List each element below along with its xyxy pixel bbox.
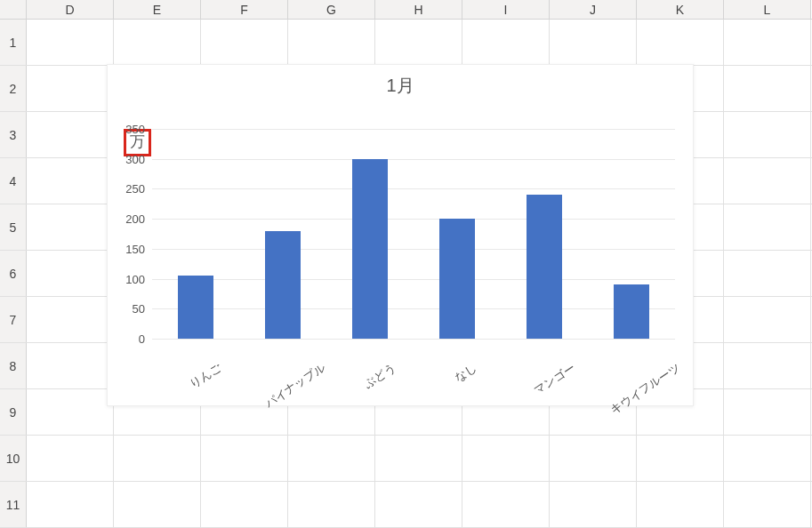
cell[interactable]	[27, 158, 114, 204]
chart-title[interactable]: 1月	[108, 65, 693, 102]
y-tick-label: 150	[125, 242, 145, 255]
column-header[interactable]: H	[375, 0, 462, 19]
cell[interactable]	[288, 482, 375, 527]
row-header[interactable]: 3	[0, 112, 27, 157]
row-header[interactable]: 5	[0, 204, 27, 250]
x-tick-label: マンゴー	[501, 343, 588, 405]
x-tick-label: ぶどう	[326, 343, 414, 405]
cell[interactable]	[201, 482, 288, 527]
bar[interactable]	[439, 219, 475, 339]
bar-slot	[501, 129, 588, 339]
column-header[interactable]: J	[550, 0, 637, 19]
cell[interactable]	[27, 112, 114, 157]
cell[interactable]	[724, 251, 811, 296]
cell[interactable]	[375, 436, 462, 481]
cell[interactable]	[550, 436, 637, 481]
bar[interactable]	[352, 159, 388, 339]
select-all-corner[interactable]	[0, 0, 27, 19]
x-tick-label: キウイフルーツ	[588, 343, 675, 405]
row-header[interactable]: 9	[0, 389, 27, 435]
cell[interactable]	[27, 66, 114, 111]
bar[interactable]	[265, 231, 301, 339]
cell[interactable]	[114, 436, 201, 481]
row-header[interactable]: 11	[0, 482, 27, 527]
cell[interactable]	[550, 20, 637, 65]
x-tick-label: パイナップル	[239, 343, 326, 405]
spreadsheet-row: 1	[0, 20, 812, 66]
bar-slot	[239, 129, 326, 339]
cell[interactable]	[27, 343, 114, 388]
column-headers-row: DEFGHIJKL	[0, 0, 812, 20]
column-header[interactable]: K	[637, 0, 724, 19]
chart-object[interactable]: 1月 万 050100150200250300350 りんごパイナップルぶどうな…	[107, 64, 694, 406]
x-tick-label: なし	[414, 343, 501, 405]
cell[interactable]	[637, 20, 724, 65]
y-tick-label: 300	[125, 152, 145, 165]
bar-slot	[152, 129, 239, 339]
cell[interactable]	[375, 482, 462, 527]
cell[interactable]	[637, 482, 724, 527]
cell[interactable]	[27, 482, 114, 527]
y-tick-label: 200	[125, 212, 145, 226]
cell[interactable]	[27, 436, 114, 481]
bar-slot	[588, 129, 675, 339]
cell[interactable]	[637, 436, 724, 481]
bar-slot	[414, 129, 501, 339]
row-header[interactable]: 2	[0, 66, 27, 111]
cell[interactable]	[462, 20, 550, 65]
spreadsheet-row: 11	[0, 482, 812, 528]
row-header[interactable]: 10	[0, 436, 27, 481]
cell[interactable]	[724, 158, 811, 204]
cell[interactable]	[288, 20, 375, 65]
cell[interactable]	[724, 389, 811, 435]
spreadsheet-row: 10	[0, 436, 812, 482]
y-tick-label: 50	[133, 302, 145, 316]
cell[interactable]	[375, 20, 462, 65]
bar-slot	[326, 129, 414, 339]
cell[interactable]	[201, 20, 288, 65]
cell[interactable]	[724, 66, 811, 111]
column-header[interactable]: I	[462, 0, 550, 19]
cell[interactable]	[724, 112, 811, 157]
column-header[interactable]: F	[201, 0, 288, 19]
column-header[interactable]: D	[27, 0, 114, 19]
cell[interactable]	[27, 204, 114, 250]
cell[interactable]	[27, 251, 114, 296]
y-tick-label: 100	[125, 272, 145, 285]
cell[interactable]	[724, 20, 811, 65]
cell[interactable]	[27, 297, 114, 342]
bar[interactable]	[614, 284, 649, 339]
x-axis-labels: りんごパイナップルぶどうなしマンゴーキウイフルーツ	[152, 343, 675, 405]
cell[interactable]	[724, 436, 811, 481]
bar[interactable]	[527, 195, 562, 339]
row-header[interactable]: 7	[0, 297, 27, 342]
cell[interactable]	[724, 343, 811, 388]
column-header[interactable]: L	[724, 0, 811, 19]
cell[interactable]	[462, 482, 550, 527]
bar[interactable]	[178, 276, 213, 339]
cell[interactable]	[724, 297, 811, 342]
row-header[interactable]: 6	[0, 251, 27, 296]
cell[interactable]	[462, 436, 550, 481]
cell[interactable]	[550, 482, 637, 527]
cell[interactable]	[114, 20, 201, 65]
cell[interactable]	[724, 204, 811, 250]
cell[interactable]	[27, 20, 114, 65]
row-header[interactable]: 1	[0, 20, 27, 65]
y-tick-label: 350	[125, 123, 145, 136]
cell[interactable]	[114, 482, 201, 527]
column-header[interactable]: E	[114, 0, 201, 19]
y-tick-label: 250	[125, 182, 145, 196]
bars-group	[152, 129, 675, 339]
row-header[interactable]: 8	[0, 343, 27, 388]
cell[interactable]	[724, 482, 811, 527]
cell[interactable]	[27, 389, 114, 435]
column-header[interactable]: G	[288, 0, 375, 19]
row-header[interactable]: 4	[0, 158, 27, 204]
plot-area[interactable]: 050100150200250300350	[152, 129, 675, 339]
x-tick-label: りんご	[152, 343, 239, 405]
y-tick-label: 0	[139, 332, 145, 346]
cell[interactable]	[288, 436, 375, 481]
cell[interactable]	[201, 436, 288, 481]
gridline	[152, 339, 675, 340]
